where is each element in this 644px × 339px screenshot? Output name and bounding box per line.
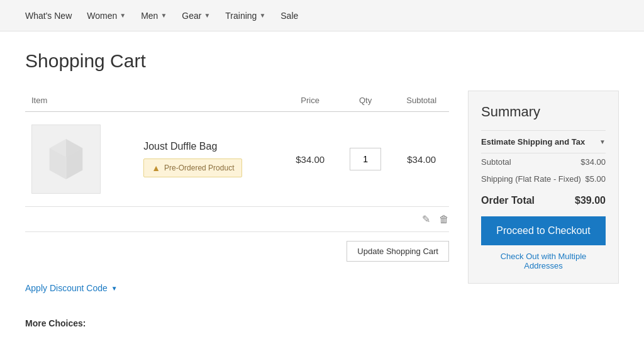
product-info: Joust Duffle Bag ▲ Pre-Ordered Product: [137, 141, 277, 177]
subtotal-row: Subtotal $34.00: [481, 153, 606, 170]
order-total-label: Order Total: [481, 195, 535, 206]
product-name: Joust Duffle Bag: [143, 141, 277, 152]
nav-item-women[interactable]: Women ▼: [87, 11, 126, 21]
shipping-row: Shipping (Flat Rate - Fixed) $5.00: [481, 170, 606, 187]
nav-item-gear[interactable]: Gear ▼: [182, 11, 210, 21]
proceed-checkout-button[interactable]: Proceed to Checkout: [481, 216, 606, 245]
nav-item-men[interactable]: Men ▼: [141, 11, 167, 21]
edit-icon[interactable]: ✎: [422, 213, 430, 225]
product-price: $34.00: [284, 112, 337, 207]
chevron-down-icon: ▼: [599, 138, 606, 145]
chevron-down-icon: ▼: [160, 12, 167, 19]
col-item: Item: [25, 91, 284, 112]
pre-order-badge: ▲ Pre-Ordered Product: [143, 158, 242, 177]
quantity-input[interactable]: [350, 148, 381, 170]
col-qty: Qty: [337, 91, 394, 112]
delete-icon[interactable]: 🗑: [439, 214, 449, 225]
cart-layout: Item Price Qty Subtotal: [25, 91, 619, 328]
magento-logo-icon: [44, 137, 88, 181]
col-subtotal: Subtotal: [394, 91, 449, 112]
summary-title: Summary: [481, 104, 606, 120]
warning-icon: ▲: [152, 163, 160, 173]
multi-address-link[interactable]: Check Out with Multiple Addresses: [481, 252, 606, 270]
discount-section: Apply Discount Code ▼: [25, 283, 449, 293]
summary-box: Summary Estimate Shipping and Tax ▼ Subt…: [468, 91, 619, 284]
main-content: Shopping Cart Item Price Qty Subtotal: [0, 31, 644, 339]
discount-toggle[interactable]: Apply Discount Code ▼: [25, 283, 449, 293]
nav-item-whats-new[interactable]: What's New: [25, 11, 72, 21]
estimate-shipping-label: Estimate Shipping and Tax: [481, 137, 585, 147]
more-choices-label: More Choices:: [25, 318, 449, 328]
shipping-label: Shipping (Flat Rate - Fixed): [481, 174, 581, 184]
page-title: Shopping Cart: [25, 50, 619, 72]
cart-left: Item Price Qty Subtotal: [25, 91, 449, 328]
nav-item-training[interactable]: Training ▼: [225, 11, 265, 21]
order-total-value: $39.00: [575, 195, 606, 206]
table-row: Joust Duffle Bag ▲ Pre-Ordered Product $…: [25, 112, 449, 207]
subtotal-label: Subtotal: [481, 157, 511, 167]
cart-table: Item Price Qty Subtotal: [25, 91, 449, 207]
chevron-down-icon: ▼: [259, 12, 265, 19]
update-cart-button[interactable]: Update Shopping Cart: [347, 241, 449, 262]
discount-label: Apply Discount Code: [25, 283, 108, 293]
cart-right: Summary Estimate Shipping and Tax ▼ Subt…: [468, 91, 619, 328]
chevron-down-icon: ▼: [204, 12, 210, 19]
row-actions: ✎ 🗑: [25, 207, 449, 232]
nav-item-sale[interactable]: Sale: [280, 11, 298, 21]
product-qty-cell: [337, 112, 394, 207]
cart-actions: Update Shopping Cart: [25, 232, 449, 270]
subtotal-value: $34.00: [580, 157, 606, 167]
product-info-cell: Joust Duffle Bag ▲ Pre-Ordered Product: [131, 112, 283, 207]
chevron-down-icon: ▼: [111, 285, 118, 292]
chevron-down-icon: ▼: [119, 12, 126, 19]
product-image-cell: [25, 112, 131, 207]
shipping-value: $5.00: [585, 174, 606, 184]
product-subtotal: $34.00: [394, 112, 449, 207]
product-image: [31, 125, 101, 194]
estimate-shipping-row[interactable]: Estimate Shipping and Tax ▼: [481, 130, 606, 153]
col-price: Price: [284, 91, 337, 112]
main-nav: What's New Women ▼ Men ▼ Gear ▼ Training…: [0, 0, 644, 31]
order-total-row: Order Total $39.00: [481, 187, 606, 206]
